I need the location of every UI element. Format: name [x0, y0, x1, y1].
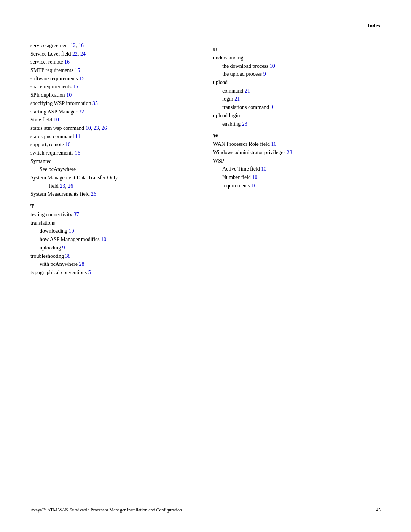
- left-column: service agreement 12, 16 Service Level f…: [30, 42, 198, 277]
- page-link[interactable]: 35: [92, 101, 98, 106]
- list-item: status pnc command 11: [30, 133, 198, 141]
- footer-area: Avaya™ ATM WAN Survivable Processor Mana…: [30, 503, 381, 513]
- list-item: downloading 10: [30, 227, 198, 235]
- list-item: with pcAnywhere 28: [30, 260, 198, 268]
- page-link[interactable]: 26: [68, 183, 73, 189]
- page-link[interactable]: 23: [242, 121, 247, 127]
- list-item: Active Time field 10: [213, 165, 381, 173]
- list-item: System Management Data Transfer Only: [30, 174, 198, 182]
- page-container: Index service agreement 12, 16 Service L…: [0, 0, 411, 532]
- list-item: upload login: [213, 112, 381, 120]
- page-link[interactable]: 9: [271, 104, 273, 110]
- section-letter-w: W: [213, 133, 381, 139]
- page-link[interactable]: 26: [102, 125, 107, 131]
- page-link[interactable]: 15: [79, 76, 84, 81]
- list-item: upload: [213, 78, 381, 87]
- list-item: switch requirements 16: [30, 149, 198, 157]
- page-link[interactable]: 16: [64, 59, 70, 65]
- list-item: service agreement 12, 16: [30, 42, 198, 50]
- list-item: WSP: [213, 157, 381, 165]
- page-link[interactable]: 10: [69, 228, 74, 234]
- page-link[interactable]: 16: [65, 142, 70, 147]
- list-item: command 21: [213, 87, 381, 95]
- page-header: Index: [30, 23, 381, 30]
- list-item: Symantec: [30, 157, 198, 166]
- list-item: login 21: [213, 95, 381, 103]
- page-link[interactable]: 22: [72, 51, 78, 57]
- list-item: SMTP requirements 15: [30, 66, 198, 75]
- page-link[interactable]: 9: [263, 71, 266, 77]
- content-columns: service agreement 12, 16 Service Level f…: [30, 42, 381, 277]
- list-item: testing connectivity 37: [30, 211, 198, 219]
- list-item: requirements 16: [213, 182, 381, 190]
- page-link[interactable]: 10: [54, 117, 59, 123]
- list-item: the upload process 9: [213, 70, 381, 78]
- list-item: WAN Processor Role field 10: [213, 140, 381, 149]
- page-link[interactable]: 38: [65, 253, 70, 259]
- list-item: Number field 10: [213, 173, 381, 182]
- list-item: typographical conventions 5: [30, 268, 198, 277]
- list-item: the download process 10: [213, 62, 381, 70]
- page-link[interactable]: 23: [60, 183, 65, 189]
- list-item: enabling 23: [213, 120, 381, 128]
- top-rule: [30, 32, 381, 32]
- list-item: uploading 9: [30, 244, 198, 252]
- page-link[interactable]: 21: [234, 96, 240, 102]
- page-link[interactable]: 26: [91, 191, 96, 197]
- list-item: translations command 9: [213, 103, 381, 112]
- list-item: specifying WSP information 35: [30, 99, 198, 108]
- page-link[interactable]: 37: [74, 212, 79, 217]
- list-item: Windows administrator privileges 28: [213, 149, 381, 157]
- page-link[interactable]: 23: [94, 125, 99, 131]
- list-item: status atm wsp command 10, 23, 26: [30, 124, 198, 133]
- section-letter-u: U: [213, 47, 381, 53]
- footer-rule: [30, 503, 381, 503]
- right-column: U understanding the download process 10 …: [213, 42, 381, 277]
- list-item: See pcAnywhere: [30, 165, 198, 174]
- page-link[interactable]: 10: [271, 141, 276, 147]
- list-item: service, remote 16: [30, 58, 198, 66]
- footer-content: Avaya™ ATM WAN Survivable Processor Mana…: [30, 507, 381, 513]
- page-link[interactable]: 32: [79, 109, 84, 115]
- page-link[interactable]: 28: [287, 150, 292, 155]
- page-link[interactable]: 28: [79, 261, 84, 267]
- page-link[interactable]: 16: [75, 150, 80, 156]
- list-item: understanding: [213, 54, 381, 62]
- page-link[interactable]: 11: [75, 134, 80, 139]
- page-title: Index: [368, 23, 381, 29]
- list-item: space requirements 15: [30, 83, 198, 91]
- page-link[interactable]: 10: [66, 92, 72, 98]
- list-item: support, remote 16: [30, 141, 198, 149]
- footer-left: Avaya™ ATM WAN Survivable Processor Mana…: [30, 507, 182, 513]
- page-link[interactable]: 24: [80, 51, 86, 57]
- page-link[interactable]: 10: [101, 236, 106, 242]
- page-link[interactable]: 16: [252, 183, 257, 189]
- page-link[interactable]: 15: [73, 84, 78, 89]
- page-link[interactable]: 5: [88, 270, 91, 275]
- list-item: State field 10: [30, 116, 198, 124]
- list-item: starting ASP Manager 32: [30, 108, 198, 116]
- page-link[interactable]: 10: [261, 166, 266, 172]
- page-link[interactable]: 12: [70, 43, 76, 48]
- list-item: how ASP Manager modifies 10: [30, 235, 198, 244]
- page-link[interactable]: 16: [78, 43, 84, 48]
- list-item: Service Level field 22, 24: [30, 50, 198, 58]
- list-item: troubleshooting 38: [30, 252, 198, 260]
- footer-right: 45: [376, 507, 381, 513]
- list-item: System Measurements field 26: [30, 190, 198, 198]
- list-item: translations: [30, 219, 198, 227]
- list-item: SPE duplication 10: [30, 91, 198, 99]
- page-link[interactable]: 10: [86, 125, 91, 131]
- list-item: field 23, 26: [30, 182, 198, 190]
- page-link[interactable]: 15: [75, 67, 80, 73]
- page-link[interactable]: 10: [252, 174, 258, 180]
- page-link[interactable]: 10: [270, 63, 275, 69]
- list-item: software requirements 15: [30, 75, 198, 83]
- section-letter-t: T: [30, 204, 198, 210]
- page-link[interactable]: 9: [62, 245, 65, 251]
- page-link[interactable]: 21: [245, 88, 250, 94]
